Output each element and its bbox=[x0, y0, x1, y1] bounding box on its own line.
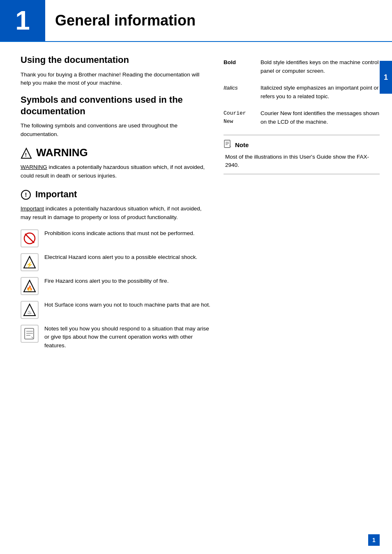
svg-text:!: ! bbox=[25, 152, 27, 158]
notes-text: Notes tell you how you should respond to… bbox=[44, 325, 211, 350]
style-label-bold: Bold bbox=[224, 58, 261, 67]
page-header: 1 General information bbox=[0, 0, 392, 42]
page-number-bottom: 1 bbox=[368, 534, 380, 546]
hot-surface-icon: ♨ bbox=[21, 301, 39, 319]
prohibition-icon bbox=[21, 229, 39, 247]
svg-line-5 bbox=[25, 234, 34, 243]
fire-hazard-icon: 🔥 bbox=[21, 277, 39, 295]
note-box: Note Most of the illustrations in this U… bbox=[224, 135, 380, 175]
style-desc-bold: Bold style identifies keys on the machin… bbox=[261, 58, 380, 76]
note-header: Note bbox=[224, 139, 380, 150]
style-label-italics: Italics bbox=[224, 84, 261, 92]
svg-text:⚡: ⚡ bbox=[26, 261, 33, 268]
section1-title: Using the documentation bbox=[21, 54, 211, 66]
list-item: ♨ Hot Surface icons warn you not to touc… bbox=[21, 301, 211, 319]
style-entry-bold: Bold Bold style identifies keys on the m… bbox=[224, 58, 380, 76]
style-entry-italics: Italics Italicized style emphasizes an i… bbox=[224, 84, 380, 101]
note-pencil-icon bbox=[224, 139, 233, 150]
important-block: ! Important bbox=[21, 188, 211, 201]
list-item: ⚡ Electrical Hazard icons alert you to a… bbox=[21, 253, 211, 271]
section2-title: Symbols and conventions used in the docu… bbox=[21, 94, 211, 117]
svg-rect-16 bbox=[224, 140, 230, 148]
list-item: Notes tell you how you should respond to… bbox=[21, 325, 211, 350]
important-description: Important indicates a potentially hazard… bbox=[21, 205, 211, 222]
chapter-number-box: 1 bbox=[0, 0, 45, 41]
important-title: Important bbox=[35, 189, 77, 200]
side-tab: 1 bbox=[380, 61, 392, 94]
chapter-title: General information bbox=[45, 12, 196, 29]
note-title: Note bbox=[235, 141, 249, 148]
style-desc-courier: Courier New font identifies the messages… bbox=[261, 109, 380, 127]
chapter-number: 1 bbox=[15, 5, 30, 36]
warning-block: ! WARNING bbox=[21, 146, 211, 159]
main-content: Using the documentation Thank you for bu… bbox=[0, 42, 392, 380]
note-text: Most of the illustrations in this User's… bbox=[224, 153, 380, 170]
svg-text:🔥: 🔥 bbox=[26, 285, 33, 292]
warning-triangle-icon: ! bbox=[21, 146, 32, 159]
prohibition-text: Prohibition icons indicate actions that … bbox=[44, 229, 194, 238]
left-column: Using the documentation Thank you for bu… bbox=[21, 54, 211, 355]
important-rest: indicates a potentially hazardous situat… bbox=[21, 205, 202, 220]
svg-text:♨: ♨ bbox=[27, 309, 32, 315]
list-item: Prohibition icons indicate actions that … bbox=[21, 229, 211, 247]
style-desc-italics: Italicized style emphasizes an important… bbox=[261, 84, 380, 101]
fire-hazard-text: Fire Hazard icons alert you to the possi… bbox=[44, 277, 168, 285]
notes-icon bbox=[21, 325, 39, 343]
icon-list: Prohibition icons indicate actions that … bbox=[21, 229, 211, 350]
warning-description: WARNING indicates a potentially hazardou… bbox=[21, 163, 211, 180]
section1-paragraph: Thank you for buying a Brother machine! … bbox=[21, 71, 211, 88]
important-circle-icon: ! bbox=[21, 188, 31, 201]
hot-surface-text: Hot Surface icons warn you not to touch … bbox=[44, 301, 210, 309]
section2-paragraph: The following symbols and conventions ar… bbox=[21, 122, 211, 139]
important-underline: Important bbox=[21, 205, 44, 212]
warning-rest: indicates a potentially hazardous situat… bbox=[21, 164, 205, 179]
electrical-hazard-text: Electrical Hazard icons alert you to a p… bbox=[44, 253, 197, 261]
warning-underline: WARNING bbox=[21, 164, 47, 170]
svg-text:!: ! bbox=[25, 192, 27, 198]
style-entry-courier: CourierNew Courier New font identifies t… bbox=[224, 109, 380, 127]
list-item: 🔥 Fire Hazard icons alert you to the pos… bbox=[21, 277, 211, 295]
electrical-hazard-icon: ⚡ bbox=[21, 253, 39, 271]
style-label-courier: CourierNew bbox=[224, 109, 261, 126]
warning-title: WARNING bbox=[36, 146, 88, 159]
right-column: Bold Bold style identifies keys on the m… bbox=[224, 54, 380, 355]
